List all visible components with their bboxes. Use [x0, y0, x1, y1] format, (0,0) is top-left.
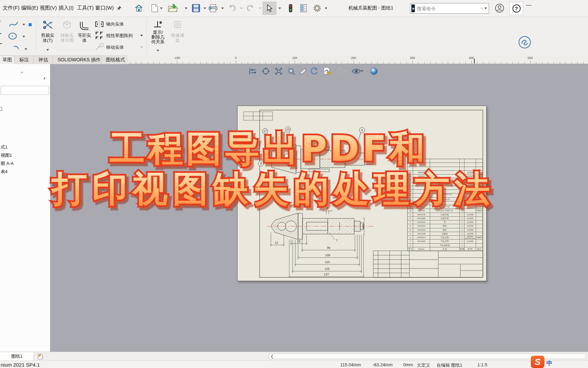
print-caret[interactable]: [221, 7, 224, 9]
help-icon: ?: [512, 4, 521, 13]
convert-entities-button: 转换实 体引用: [58, 20, 76, 54]
pan-icon[interactable]: [261, 66, 271, 76]
tab-annotation-label: 标注: [19, 57, 29, 63]
graphics-area[interactable]: 17 13 9 8 14: [50, 64, 588, 352]
command-search[interactable]: »: [410, 3, 489, 14]
properties-list-button[interactable]: [298, 3, 309, 14]
tab-addins-label: SOLIDWORKS 插件: [58, 57, 101, 63]
balloon-9: 9: [260, 162, 262, 165]
menubar: 文件(F) 编辑(E) 视图(V) 插入(I) 工具(T) 窗口(W): [0, 0, 588, 17]
status-definition-state: 欠定义: [417, 362, 430, 368]
app-window: 文件(F) 编辑(E) 视图(V) 插入(I) 工具(T) 窗口(W): [0, 0, 588, 368]
menu-insert[interactable]: 插入(I): [59, 5, 74, 11]
tree-item-section-view-aa[interactable]: 图 A-A: [1, 160, 14, 167]
balloon-13: 13: [286, 128, 290, 131]
save-button[interactable]: [191, 3, 201, 14]
menu-file[interactable]: 文件(F): [3, 5, 19, 11]
account-icon[interactable]: [494, 3, 505, 14]
home-button[interactable]: [133, 3, 144, 14]
tree-filter-input[interactable]: [1, 86, 49, 95]
sheet-properties-icon[interactable]: [322, 66, 332, 76]
sheet-tab-bar: 图纸1 ❮: [0, 352, 588, 361]
sheet-tab-1-label: 图纸1: [11, 353, 22, 359]
search-caret[interactable]: [484, 7, 487, 9]
trim-entities-button[interactable]: 剪裁实 体(T): [38, 20, 57, 54]
menu-tools[interactable]: 工具(T): [77, 5, 94, 11]
circle-caret[interactable]: [22, 36, 25, 37]
select-tool-button[interactable]: [263, 2, 276, 15]
move-entities-icon: [95, 43, 104, 51]
display-delete-relations-button[interactable]: 显示/ 删除几 何关系: [148, 20, 168, 55]
mirror-pattern-group: 镜向实体 线性草图阵列 移动实体: [94, 20, 145, 54]
search-icon[interactable]: [480, 5, 483, 12]
tab-evaluate[interactable]: 评估: [33, 56, 53, 64]
sketch-tools-cluster[interactable]: [0, 19, 35, 53]
menu-edit[interactable]: 编辑(E): [21, 5, 38, 11]
help-button[interactable]: ?: [509, 2, 523, 15]
zoom-to-sheet-icon[interactable]: [248, 66, 258, 76]
arc-caret[interactable]: [24, 48, 27, 50]
rebuild-traffic-light-icon[interactable]: [285, 3, 296, 14]
sogou-input-icon[interactable]: S: [531, 356, 544, 368]
open-caret[interactable]: [185, 7, 187, 9]
redo-button[interactable]: [245, 3, 256, 14]
mirror-entities-icon: [95, 20, 104, 28]
ime-chinese-indicator[interactable]: 中: [546, 359, 552, 367]
tab-sheet-format[interactable]: 图纸格式: [101, 56, 130, 64]
panel-expand-chevron-icon[interactable]: ›: [44, 75, 45, 81]
status-bar: nium 2021 SP4.1 115.04mm -63.24mm 0mm 欠定…: [0, 361, 588, 368]
drawing-sheet[interactable]: 17 13 9 8 14: [237, 106, 487, 281]
feature-manager-panel: › 式1 视图1 图 A-A 表4: [0, 64, 50, 352]
relations-caret[interactable]: [157, 50, 159, 51]
sheet-tab-1[interactable]: 图纸1: [0, 352, 34, 361]
offset-icon: [80, 20, 89, 30]
dim-109: 109: [325, 254, 330, 257]
menu-view[interactable]: 视图(V): [40, 5, 57, 11]
pin-menu-icon[interactable]: [114, 3, 125, 14]
tree-item-sheet-format[interactable]: 式1: [1, 144, 7, 150]
linear-pattern-caret[interactable]: [140, 35, 143, 36]
undo-button[interactable]: [227, 3, 238, 14]
tree-item-table4[interactable]: 表4: [1, 169, 7, 175]
menu-window[interactable]: 窗口(W): [95, 5, 114, 11]
status-sheet-scale[interactable]: 1:1.5: [477, 362, 487, 367]
spline-caret[interactable]: [22, 24, 25, 26]
offset-entities-label: 等距实 体: [76, 33, 93, 43]
print-button[interactable]: [208, 3, 218, 14]
ruler: -1000100200300400500: [128, 56, 588, 64]
window-minimize[interactable]: —: [526, 2, 532, 8]
command-tab-row: 草图 标注 评估 SOLIDWORKS 插件 图纸格式 -10001002003…: [0, 56, 588, 64]
open-button[interactable]: [167, 3, 178, 14]
scroll-left-icon[interactable]: ❮: [271, 354, 274, 358]
dim-dia25: Ø25: [362, 224, 365, 229]
zoom-fit-icon[interactable]: [274, 66, 284, 76]
redo-caret: [259, 7, 261, 9]
search-input[interactable]: [415, 6, 480, 11]
display-style-eye-icon[interactable]: [351, 66, 361, 76]
tab-sheet-format-label: 图纸格式: [106, 57, 125, 63]
edit-sketch-pencil-icon[interactable]: [298, 66, 308, 76]
new-document-caret[interactable]: [160, 7, 163, 9]
rotate-view-icon[interactable]: [309, 66, 320, 76]
realview-sphere-icon[interactable]: [369, 66, 379, 76]
new-document-button[interactable]: [149, 3, 160, 14]
panel-splitter-handle[interactable]: [21, 72, 23, 73]
trim-caret[interactable]: [46, 49, 49, 51]
tab-solidworks-addins[interactable]: SOLIDWORKS 插件: [52, 56, 106, 64]
options-gear-button[interactable]: [312, 3, 323, 14]
select-tool-caret[interactable]: [278, 7, 281, 9]
quick-snaps-button: 快速捕 捉: [169, 20, 186, 54]
offset-entities-button[interactable]: 等距实 体: [76, 20, 93, 54]
relations-label: 显示/ 删除几 何关系: [148, 30, 168, 44]
linear-sketch-pattern-button[interactable]: 线性草图阵列: [106, 33, 133, 39]
zoom-to-area-icon[interactable]: [286, 66, 296, 76]
title-block: [373, 251, 483, 277]
mirror-entities-button[interactable]: 镜向实体: [106, 21, 124, 27]
tab-annotation[interactable]: 标注: [14, 56, 34, 64]
dim-125: 125: [324, 267, 329, 271]
tree-item-drawing-view1[interactable]: 视图1: [1, 152, 12, 158]
add-sheet-icon[interactable]: [37, 353, 44, 361]
brand-swirl-icon[interactable]: [519, 36, 531, 48]
save-caret[interactable]: [203, 7, 206, 9]
display-style-caret[interactable]: [361, 70, 363, 72]
